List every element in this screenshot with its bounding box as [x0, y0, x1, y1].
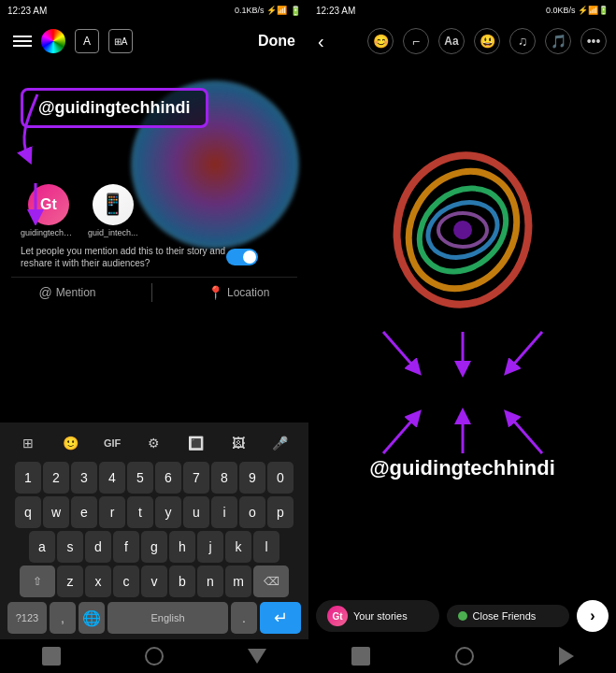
nav-back-icon[interactable] [248, 649, 266, 664]
key-w[interactable]: w [43, 496, 69, 528]
key-7[interactable]: 7 [183, 462, 209, 494]
left-panel: 12:23 AM 0.1KB/s ⚡📶 🔋 A ⊞A Done [0, 0, 308, 673]
emoji-face-icon[interactable]: 🙂 [57, 430, 83, 456]
mic-icon[interactable]: 🎤 [266, 430, 293, 456]
avatar-item-gt[interactable]: Gt guidingtechhi... [21, 184, 77, 237]
key-8[interactable]: 8 [211, 462, 237, 494]
backspace-key[interactable]: ⌫ [253, 566, 289, 597]
menu-icon[interactable] [13, 36, 32, 47]
key-b[interactable]: b [169, 566, 195, 597]
text-icon[interactable]: A [75, 29, 99, 53]
key-4[interactable]: 4 [99, 462, 125, 494]
key-s[interactable]: s [57, 531, 83, 563]
key-j[interactable]: j [197, 531, 223, 563]
key-3[interactable]: 3 [71, 462, 97, 494]
note-icon[interactable]: 🎵 [545, 28, 571, 54]
face-icon[interactable]: 😊 [367, 28, 394, 54]
at-icon: @ [39, 285, 52, 300]
key-k[interactable]: k [225, 531, 251, 563]
crop-icon[interactable]: ⌐ [403, 28, 429, 54]
asdf-row: a s d f g h j k l [2, 531, 307, 563]
globe-key[interactable]: 🌐 [79, 602, 105, 634]
key-t[interactable]: t [127, 496, 153, 528]
key-y[interactable]: y [155, 496, 181, 528]
back-button[interactable]: ‹ [318, 31, 324, 52]
nav-square-icon[interactable] [42, 647, 61, 666]
svg-line-18 [383, 416, 416, 453]
music-right-icon[interactable]: ♫ [509, 28, 536, 54]
key-9[interactable]: 9 [239, 462, 265, 494]
story-main-area: @guidingtechhindi [308, 62, 616, 593]
key-6[interactable]: 6 [155, 462, 181, 494]
enter-key[interactable]: ↵ [260, 602, 301, 634]
nav-circle-icon[interactable] [145, 647, 164, 666]
avatar-item-phone[interactable]: 📱 guid_intech... [88, 184, 138, 237]
svg-point-8 [453, 221, 472, 239]
key-z[interactable]: z [57, 566, 83, 597]
location-button[interactable]: 📍 Location [208, 285, 269, 300]
sticker-icon[interactable]: 🔳 [183, 430, 209, 456]
key-q[interactable]: q [15, 496, 41, 528]
gif-icon[interactable]: GIF [99, 430, 125, 456]
key-0[interactable]: 0 [267, 462, 294, 494]
right-panel: 12:23 AM 0.0KB/s ⚡📶🔋 ‹ 😊 ⌐ Aa 😃 ♫ 🎵 ••• [308, 0, 616, 673]
your-stories-button[interactable]: Gt Your stories [316, 600, 439, 632]
location-label: Location [227, 286, 269, 299]
space-key[interactable]: English [107, 602, 228, 634]
key-c[interactable]: c [113, 566, 139, 597]
key-o[interactable]: o [239, 496, 265, 528]
key-5[interactable]: 5 [127, 462, 153, 494]
comma-key[interactable]: , [50, 602, 76, 634]
text-aa-icon[interactable]: Aa [438, 28, 465, 54]
your-stories-avatar: Gt [327, 606, 348, 626]
num-switch-key[interactable]: ?123 [7, 602, 47, 634]
zxcv-row: ⇧ z x c v b n m ⌫ [2, 566, 307, 597]
sticker-right-icon[interactable]: 😃 [474, 28, 500, 54]
location-icon: 📍 [208, 285, 223, 300]
landscape-icon[interactable]: 🖼 [225, 430, 251, 456]
avatar-gt: Gt [28, 184, 69, 225]
mention-toggle-switch[interactable] [226, 249, 258, 265]
key-a[interactable]: a [29, 531, 55, 563]
key-v[interactable]: v [141, 566, 167, 597]
filter-icon[interactable]: ⊞A [108, 29, 133, 53]
nav-circle-icon-right[interactable] [455, 647, 474, 666]
nav-square-icon-right[interactable] [351, 647, 370, 666]
bottom-story-bar: Gt Your stories Close Friends › [308, 593, 616, 639]
color-wheel-icon[interactable] [41, 29, 65, 53]
apps-icon[interactable]: ⊞ [15, 430, 41, 456]
settings-icon[interactable]: ⚙ [141, 430, 167, 456]
key-l[interactable]: l [253, 531, 279, 563]
key-p[interactable]: p [267, 496, 294, 528]
green-dot-icon [458, 611, 467, 621]
shift-key[interactable]: ⇧ [20, 566, 55, 597]
key-i[interactable]: i [211, 496, 237, 528]
mention-box[interactable]: @guidingtechhindi [21, 88, 208, 128]
key-g[interactable]: g [141, 531, 167, 563]
key-e[interactable]: e [71, 496, 97, 528]
key-d[interactable]: d [85, 531, 111, 563]
key-1[interactable]: 1 [15, 462, 41, 494]
period-key[interactable]: . [231, 602, 257, 634]
key-f[interactable]: f [113, 531, 139, 563]
key-2[interactable]: 2 [43, 462, 69, 494]
key-m[interactable]: m [225, 566, 251, 597]
mention-text: @guidingtechhindi [38, 98, 191, 117]
close-friends-button[interactable]: Close Friends [447, 605, 570, 627]
key-x[interactable]: x [85, 566, 111, 597]
key-n[interactable]: n [197, 566, 223, 597]
key-r[interactable]: r [99, 496, 125, 528]
mention-toggle-row: Let people you mention add this to their… [21, 245, 258, 269]
mention-button[interactable]: @ Mention [39, 285, 96, 300]
top-toolbar-left: A ⊞A Done [0, 21, 308, 62]
qwerty-row: q w e r t y u i o p [2, 496, 307, 528]
time-right: 12:23 AM [316, 6, 355, 16]
more-icon[interactable]: ••• [580, 28, 607, 54]
key-h[interactable]: h [169, 531, 195, 563]
toolbar-icons-right: 😊 ⌐ Aa 😃 ♫ 🎵 ••• [367, 28, 607, 54]
key-u[interactable]: u [183, 496, 209, 528]
done-button[interactable]: Done [258, 33, 295, 50]
nav-back-icon-right[interactable] [559, 647, 574, 666]
next-button[interactable]: › [577, 600, 609, 632]
avatars-row: Gt guidingtechhi... 📱 guid_intech... [21, 184, 138, 237]
